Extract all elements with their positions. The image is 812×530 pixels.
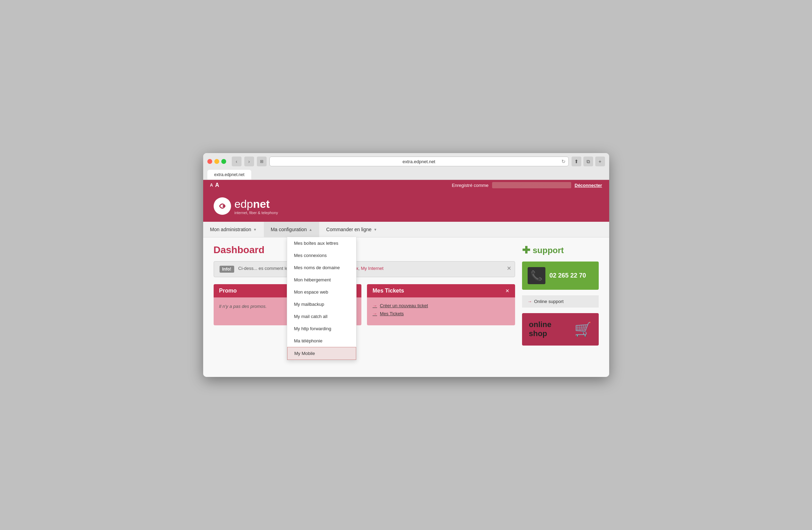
mes-tickets-label: Mes Tickets bbox=[380, 311, 404, 316]
active-tab[interactable]: extra.edpnet.net bbox=[207, 170, 252, 180]
tickets-title: Mes Tickets bbox=[373, 288, 404, 294]
browser-actions: ⬆ ⧉ + bbox=[572, 157, 605, 166]
online-support-arrow: → bbox=[528, 299, 532, 304]
brand-suffix: net bbox=[253, 198, 270, 210]
mes-tickets-link[interactable]: → Mes Tickets bbox=[373, 311, 510, 316]
fullscreen-button[interactable] bbox=[221, 159, 226, 164]
promo-title: Promo bbox=[219, 288, 237, 294]
dropdown-item-mailbackup[interactable]: My mailbackup bbox=[287, 298, 356, 310]
browser-tabs: extra.edpnet.net bbox=[207, 170, 605, 180]
create-ticket-link[interactable]: → Créer un nouveau ticket bbox=[373, 303, 510, 308]
dropdown-item-telephonie[interactable]: Ma téléphonie bbox=[287, 335, 356, 347]
online-support-label: Online support bbox=[534, 299, 564, 304]
logo-icon bbox=[214, 197, 231, 215]
widgets-row: Promo ✕ Il n'y a pas des promos. Mes Tic… bbox=[214, 284, 515, 325]
reload-button[interactable]: ↻ bbox=[561, 159, 566, 164]
add-button[interactable]: + bbox=[595, 157, 605, 166]
phone-icon: 📞 bbox=[530, 270, 543, 281]
font-small-button[interactable]: A bbox=[210, 183, 213, 188]
site-header: edpnet internet, fiber & telephony bbox=[203, 190, 609, 222]
tickets-widget-header: Mes Tickets ✕ bbox=[367, 284, 515, 297]
logo-container: edpnet internet, fiber & telephony bbox=[214, 197, 278, 215]
nav-item-configuration[interactable]: Ma configuration ▲ bbox=[264, 222, 319, 237]
shop-text-line1: online bbox=[529, 320, 552, 329]
dropdown-item-http-forwarding[interactable]: My http forwarding bbox=[287, 323, 356, 335]
font-large-button[interactable]: A bbox=[215, 182, 219, 188]
logo-svg bbox=[216, 200, 229, 212]
logo-tagline: internet, fiber & telephony bbox=[235, 211, 278, 215]
address-bar[interactable]: extra.edpnet.net ↻ bbox=[269, 157, 569, 166]
new-tab-button[interactable]: ⧉ bbox=[583, 157, 593, 166]
phone-icon-container: 📞 bbox=[528, 267, 545, 284]
online-support-link[interactable]: → Online support bbox=[522, 295, 599, 308]
browser-window: ‹ › ⊞ extra.edpnet.net ↻ ⬆ ⧉ + extra.edp… bbox=[203, 153, 609, 377]
minimize-button[interactable] bbox=[214, 159, 219, 164]
support-cross-icon: ✚ bbox=[522, 244, 530, 256]
logo-text: edpnet bbox=[235, 198, 278, 211]
phone-widget: 📞 02 265 22 70 bbox=[522, 262, 599, 290]
ticket-arrow-1: → bbox=[373, 303, 377, 308]
nav-arrow-admin: ▼ bbox=[253, 228, 257, 232]
info-close-button[interactable]: ✕ bbox=[507, 265, 511, 272]
nav-item-administration[interactable]: Mon administration ▼ bbox=[203, 222, 264, 237]
forward-button[interactable]: › bbox=[244, 157, 254, 166]
share-button[interactable]: ⬆ bbox=[572, 157, 581, 166]
main-content: Dashboard Info! Ci-dess... es comment le… bbox=[214, 244, 515, 370]
dropdown-item-hebergement[interactable]: Mon hébergement bbox=[287, 274, 356, 286]
my-internet-link[interactable]: My Internet bbox=[361, 266, 383, 271]
shop-text-line2: shop bbox=[529, 329, 552, 338]
main-nav: Mon administration ▼ Ma configuration ▲ … bbox=[203, 222, 609, 237]
dropdown-item-domains[interactable]: Mes noms de domaine bbox=[287, 262, 356, 274]
sidebar-toggle-button[interactable]: ⊞ bbox=[257, 157, 267, 166]
svg-point-0 bbox=[216, 200, 228, 212]
user-email: user@example.com bbox=[492, 182, 571, 188]
support-label: support bbox=[533, 245, 564, 255]
page-title: Dashboard bbox=[214, 244, 515, 256]
dropdown-menu: Mes boîtes aux lettres Mes connexions Me… bbox=[287, 237, 357, 360]
top-utility-bar: A A Enregistré comme user@example.com Dé… bbox=[203, 180, 609, 190]
sidebar-content: ✚ support 📞 02 265 22 70 → Online suppor… bbox=[522, 244, 599, 370]
dropdown-item-my-mobile[interactable]: My Mobile bbox=[287, 347, 356, 360]
brand-prefix: edp bbox=[235, 198, 253, 210]
dropdown-item-mailboxes[interactable]: Mes boîtes aux lettres bbox=[287, 237, 356, 249]
font-size-controls: A A bbox=[210, 182, 219, 188]
create-ticket-label: Créer un nouveau ticket bbox=[380, 303, 428, 308]
support-header: ✚ support bbox=[522, 244, 599, 256]
close-button[interactable] bbox=[207, 159, 212, 164]
url-text: extra.edpnet.net bbox=[403, 159, 435, 164]
tickets-widget: Mes Tickets ✕ → Créer un nouveau ticket … bbox=[367, 284, 515, 325]
browser-titlebar: ‹ › ⊞ extra.edpnet.net ↻ ⬆ ⧉ + bbox=[207, 157, 605, 166]
registered-label: Enregistré comme bbox=[452, 183, 488, 188]
tab-label: extra.edpnet.net bbox=[214, 172, 245, 177]
tickets-close-button[interactable]: ✕ bbox=[505, 288, 510, 294]
back-button[interactable]: ‹ bbox=[232, 157, 242, 166]
nav-item-admin-label: Mon administration bbox=[210, 227, 251, 232]
info-box: Info! Ci-dess... es comment les widgets … bbox=[214, 261, 515, 277]
traffic-lights bbox=[207, 159, 226, 164]
info-badge: Info! bbox=[220, 266, 234, 273]
nav-item-commander-label: Commander en ligne bbox=[326, 227, 371, 232]
nav-item-config-label: Ma configuration bbox=[271, 227, 307, 232]
page-content: Dashboard Info! Ci-dess... es comment le… bbox=[203, 237, 609, 377]
browser-chrome: ‹ › ⊞ extra.edpnet.net ↻ ⬆ ⧉ + extra.edp… bbox=[203, 153, 609, 180]
svg-point-1 bbox=[223, 205, 225, 207]
dropdown-item-connexions[interactable]: Mes connexions bbox=[287, 249, 356, 262]
shop-text-container: online shop bbox=[529, 320, 552, 339]
nav-arrow-commander: ▼ bbox=[374, 228, 377, 232]
logout-link[interactable]: Déconnecter bbox=[575, 183, 602, 188]
nav-item-commander[interactable]: Commander en ligne ▼ bbox=[319, 222, 384, 237]
dropdown-item-espace-web[interactable]: Mon espace web bbox=[287, 286, 356, 298]
nav-arrow-config: ▲ bbox=[309, 228, 312, 232]
phone-number: 02 265 22 70 bbox=[550, 272, 586, 279]
promo-text: Il n'y a pas des promos. bbox=[219, 304, 267, 309]
logo-text-container: edpnet internet, fiber & telephony bbox=[235, 198, 278, 215]
dropdown-item-mail-catch-all[interactable]: My mail catch all bbox=[287, 310, 356, 323]
ticket-arrow-2: → bbox=[373, 311, 377, 316]
online-shop-widget[interactable]: online shop 🛒 bbox=[522, 313, 599, 346]
cart-icon: 🛒 bbox=[574, 321, 592, 338]
login-info: Enregistré comme user@example.com Déconn… bbox=[452, 182, 602, 188]
tickets-widget-body: → Créer un nouveau ticket → Mes Tickets bbox=[367, 297, 515, 325]
